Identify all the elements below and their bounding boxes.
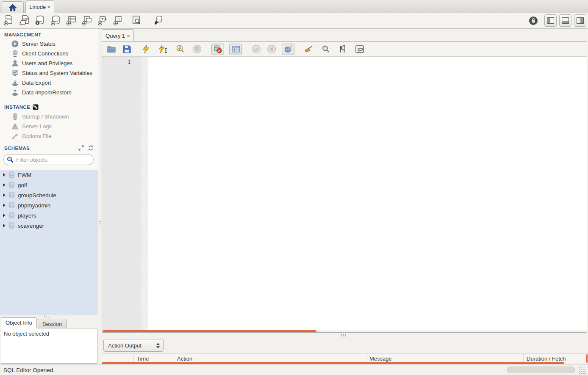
toggle-left-sidebar-button[interactable]	[544, 14, 557, 27]
sidebar-splitter[interactable]	[98, 29, 102, 364]
session-tab-label: Session	[42, 321, 62, 327]
create-procedure-icon[interactable]	[97, 15, 108, 26]
output-col-message[interactable]: Message	[366, 354, 524, 363]
toggle-output-area-button[interactable]	[559, 14, 571, 27]
output-vertical-scrollbar-thumb[interactable]	[586, 354, 588, 363]
toggle-right-sidebar-button[interactable]	[574, 14, 586, 27]
open-file-icon[interactable]	[106, 44, 116, 54]
line-number-gutter: 1	[102, 57, 141, 330]
sidebar-item-client-connections[interactable]: Client Connections	[0, 49, 98, 58]
schema-row-golf[interactable]: golf	[0, 180, 98, 190]
object-info-area: Object Info Session No object selected	[0, 315, 98, 364]
expander-icon[interactable]	[3, 214, 6, 217]
schema-name: FWM	[18, 172, 31, 178]
show-invisibles-icon[interactable]	[338, 44, 348, 54]
refresh-schemas-icon[interactable]	[88, 145, 94, 151]
expand-schemas-icon[interactable]	[78, 145, 84, 151]
create-function-icon[interactable]: ( )	[113, 15, 123, 26]
output-col-duration[interactable]: Duration / Fetch	[524, 354, 588, 363]
sidebar-item-server-logs[interactable]: Server Logs	[0, 121, 98, 131]
output-splitter[interactable]	[102, 333, 588, 337]
expander-icon[interactable]	[3, 183, 6, 187]
window-resize-grip-icon[interactable]	[579, 366, 586, 374]
new-query-tab-icon[interactable]: SQL	[3, 15, 14, 26]
schema-icon	[8, 202, 15, 209]
toggle-word-wrap-icon[interactable]	[355, 44, 365, 54]
sidebar-item-label: Server Logs	[22, 123, 52, 130]
sidebar-item-startup-shutdown[interactable]: Startup / Shutdown	[0, 112, 98, 121]
execute-current-statement-icon[interactable]	[158, 44, 168, 54]
output-type-label: Action Output	[108, 342, 156, 349]
toggle-autocommit-button[interactable]	[282, 44, 294, 55]
sidebar-item-label: Client Connections	[22, 50, 68, 57]
schema-filter-box[interactable]	[3, 154, 94, 165]
save-script-icon[interactable]	[122, 44, 132, 54]
tab-query-1[interactable]: Query 1 ×	[102, 29, 134, 41]
line-number: 1	[128, 58, 131, 65]
tab-session[interactable]: Session	[38, 319, 67, 328]
sql-text-area[interactable]	[148, 57, 587, 330]
connection-tab-close-icon[interactable]: ×	[47, 4, 50, 10]
status-bar: SQL Editor Opened.	[0, 364, 588, 375]
schema-row-players[interactable]: players	[0, 210, 98, 221]
sidebar-item-status-system-variables[interactable]: Status and System Variables	[0, 68, 98, 78]
sidebar-item-server-status[interactable]: Server Status	[0, 39, 98, 49]
execute-script-icon[interactable]	[141, 44, 151, 54]
instance-section-header: INSTANCE	[0, 97, 98, 112]
editor-horizontal-scrollbar-thumb[interactable]	[103, 330, 316, 332]
schema-row-phpmyadmin[interactable]: phpmyadmin	[0, 200, 98, 210]
schema-info-icon[interactable]: i	[35, 15, 45, 26]
data-export-icon	[11, 79, 19, 86]
tab-connection-linode[interactable]: Linode ×	[25, 0, 54, 13]
tab-object-info[interactable]: Object Info	[1, 317, 37, 328]
schema-row-scavenger[interactable]: scavenger	[0, 221, 98, 231]
secure-connection-lock-icon	[528, 16, 538, 26]
stop-execution-icon[interactable]	[192, 44, 202, 54]
sidebar-item-users-and-privileges[interactable]: Users and Privileges	[0, 58, 98, 68]
output-horizontal-scrollbar-thumb[interactable]	[102, 362, 564, 364]
expander-icon[interactable]	[3, 204, 6, 207]
sidebar-item-data-export[interactable]: Data Export	[0, 78, 98, 88]
inactive-scrollbar-thumb[interactable]	[507, 367, 575, 373]
create-view-icon[interactable]	[82, 15, 92, 26]
output-type-selector[interactable]: Action Output	[103, 339, 164, 352]
create-schema-icon[interactable]	[50, 15, 61, 26]
find-in-script-icon[interactable]	[321, 44, 331, 54]
schema-icon	[8, 222, 15, 229]
schema-row-groupschedule[interactable]: groupSchedule	[0, 190, 98, 200]
output-col-index[interactable]	[112, 354, 134, 363]
expander-icon[interactable]	[3, 224, 6, 227]
expander-icon[interactable]	[3, 173, 6, 176]
svg-text:( ): ( )	[117, 17, 120, 22]
explain-plan-icon[interactable]	[175, 44, 185, 54]
schema-filter-input[interactable]	[16, 157, 84, 163]
mysql-workbench-window: Linode × SQL SQL i	[0, 0, 588, 375]
sidebar-item-data-import[interactable]: Data Import/Restore	[0, 88, 98, 97]
expander-icon[interactable]	[3, 193, 6, 197]
svg-text:SQL: SQL	[23, 17, 29, 20]
limit-rows-button[interactable]	[229, 44, 242, 55]
create-table-icon[interactable]	[66, 15, 76, 26]
schema-row-fwm[interactable]: FWM	[0, 170, 98, 180]
schema-icon	[8, 182, 15, 188]
connection-tab-label: Linode	[29, 4, 46, 10]
system-variables-icon	[11, 69, 19, 77]
open-sql-script-icon[interactable]: SQL	[19, 15, 29, 26]
commit-icon[interactable]	[251, 44, 261, 54]
schema-name: golf	[18, 182, 27, 188]
reconnect-database-icon[interactable]	[153, 15, 163, 26]
rollback-icon[interactable]	[266, 44, 277, 54]
schemas-section-header: SCHEMAS	[0, 141, 98, 152]
output-col-time[interactable]: Time	[134, 354, 174, 363]
clear-query-icon[interactable]	[304, 44, 314, 54]
query-tab-label: Query 1	[105, 33, 125, 39]
sidebar-item-label: Startup / Shutdown	[22, 113, 69, 120]
search-table-data-icon[interactable]	[131, 15, 141, 26]
query-tab-close-icon[interactable]: ×	[127, 33, 130, 39]
instance-admin-badge-icon	[33, 104, 39, 110]
toggle-stop-on-error-button[interactable]	[211, 44, 224, 55]
output-col-action[interactable]: Action	[174, 354, 366, 363]
sidebar-item-options-file[interactable]: Options File	[0, 131, 98, 141]
tab-home[interactable]	[2, 1, 24, 13]
output-col-status[interactable]	[102, 354, 112, 363]
